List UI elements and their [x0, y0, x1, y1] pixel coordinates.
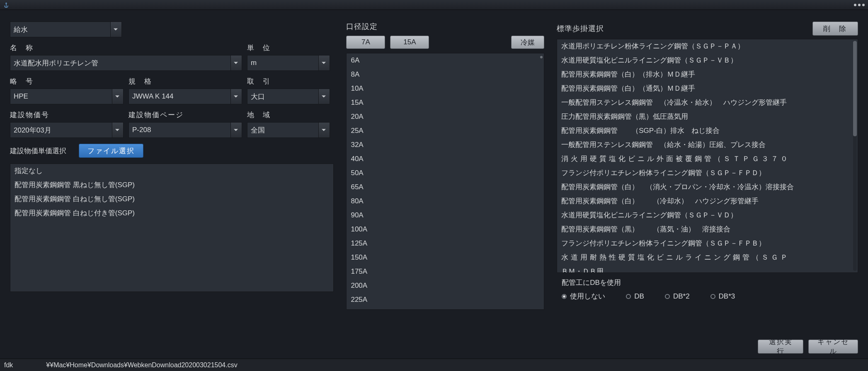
list-item[interactable]: 圧力配管用炭素鋼鋼管（黒）低圧蒸気用 — [557, 110, 858, 124]
trade-value: 大口 — [251, 92, 265, 101]
list-item[interactable]: 水道用ポリエチレン粉体ライニング鋼管（ＳＧＰ－ＰＡ） — [557, 39, 858, 53]
list-item[interactable]: 配管用炭素鋼鋼管（白） （冷却水） ハウジング形管継手 — [557, 194, 858, 208]
list-item[interactable]: 32A — [347, 138, 544, 152]
cancel-button[interactable]: キャンセル — [808, 340, 858, 354]
app-icon — [3, 2, 9, 8]
list-item[interactable]: 125A — [347, 236, 544, 251]
list-item[interactable]: 配管用炭素鋼鋼管 白ねじ付き管(SGP) — [10, 206, 333, 220]
db-use-label: 配管工にDBを使用 — [557, 276, 858, 289]
region-value: 全国 — [251, 125, 265, 135]
list-item[interactable]: 配管用炭素鋼鋼管 白ねじ無し管(SGP) — [10, 192, 333, 206]
list-item[interactable]: 水道用硬質塩化ビニルライニング鋼管（ＳＧＰ－ＶＤ） — [557, 208, 858, 222]
price-page-select[interactable]: P-208 — [129, 122, 242, 138]
list-item[interactable]: 配管用炭素鋼鋼管（黒） （蒸気・油） 溶接接合 — [557, 222, 858, 236]
list-item[interactable]: 水道用硬質塩化ビニルライニング鋼管（ＳＧＰ－ＶＢ） — [557, 53, 858, 67]
list-item[interactable]: 20A — [347, 110, 544, 124]
unit-value: m — [251, 59, 257, 67]
radio-none[interactable]: 使用しない — [562, 292, 605, 301]
list-item[interactable]: フランジ付ポリエチレン粉体ライニング鋼管（ＳＧＰ－ＦＰＤ） — [557, 166, 858, 180]
unit-label: 単 位 — [247, 43, 330, 53]
titlebar — [0, 0, 868, 10]
list-item[interactable]: 150A — [347, 251, 544, 265]
unit-select[interactable]: m — [247, 55, 330, 71]
pill-7a[interactable]: 7A — [346, 36, 385, 49]
trade-label: 取 引 — [247, 77, 330, 86]
footer-path: ¥¥Mac¥Home¥Downloads¥WebkenDownload20200… — [46, 361, 237, 369]
price-select-label: 建設物価単価選択 — [10, 146, 66, 156]
list-item[interactable]: 25A — [347, 124, 544, 138]
list-item[interactable]: 250A — [347, 307, 544, 310]
svg-point-0 — [6, 2, 7, 3]
window-controls[interactable] — [854, 4, 865, 6]
list-item[interactable]: 15A — [347, 96, 544, 110]
list-item[interactable]: 65A — [347, 180, 544, 194]
list-item[interactable]: 消火用硬質塩化ビニル外面被覆鋼管（ＳＴＰＧ３７０ — [557, 152, 858, 166]
radio-dot-icon — [665, 294, 670, 299]
region-label: 地 域 — [247, 110, 330, 120]
scrollbar-thumb[interactable] — [853, 41, 857, 136]
footer-left: fdk — [4, 361, 13, 369]
trade-select[interactable]: 大口 — [247, 89, 330, 104]
abbr-select[interactable]: HPE — [10, 89, 124, 104]
list-item[interactable]: 40A — [347, 152, 544, 166]
list-item[interactable]: 配管用炭素鋼鋼管（白） （消火・プロパン・冷却水・冷温水）溶接接合 — [557, 180, 858, 194]
price-options-list[interactable]: 指定なし配管用炭素鋼鋼管 黒ねじ無し管(SGP)配管用炭素鋼鋼管 白ねじ無し管(… — [10, 164, 334, 292]
radio-dot-icon — [626, 294, 631, 299]
list-item[interactable]: 8A — [347, 67, 544, 82]
list-item[interactable]: 配管用炭素鋼鋼管（白）（通気）ＭＤ継手 — [557, 82, 858, 96]
spec-select[interactable]: JWWA K 144 — [129, 89, 242, 104]
list-item[interactable]: 225A — [347, 293, 544, 307]
status-bar: fdk ¥¥Mac¥Home¥Downloads¥WebkenDownload2… — [0, 359, 868, 371]
category-value: 給水 — [14, 25, 28, 34]
list-item[interactable]: 配管用炭素鋼鋼管 （SGP-白）排水 ねじ接合 — [557, 124, 858, 138]
category-select[interactable]: 給水 — [10, 22, 122, 37]
radio-db3[interactable]: DB*3 — [710, 292, 735, 301]
radio-dot-icon — [710, 294, 715, 299]
name-value: 水道配水用ポリエチレン管 — [14, 58, 98, 68]
price-issue-select[interactable]: 2020年03月 — [10, 122, 124, 138]
diameter-list[interactable]: 6A8A10A15A20A25A32A40A50A65A80A90A100A12… — [346, 53, 544, 310]
delete-button[interactable]: 削 除 — [812, 22, 858, 36]
radio-dot-icon — [562, 294, 567, 299]
list-item[interactable]: 100A — [347, 222, 544, 236]
pill-15a[interactable]: 15A — [390, 36, 429, 49]
file-select-button[interactable]: ファイル選択 — [79, 144, 143, 158]
list-item[interactable]: 6A — [347, 53, 544, 67]
list-item[interactable]: 80A — [347, 194, 544, 208]
list-item[interactable]: 175A — [347, 265, 544, 279]
price-issue-value: 2020年03月 — [14, 125, 51, 135]
list-item[interactable]: 水道用耐熱性硬質塩化ビニルライニング鋼管（ＳＧＰ — [557, 251, 858, 265]
price-page-label: 建設物価ページ — [129, 110, 242, 120]
list-item[interactable]: 一般配管用ステンレス鋼鋼管 （給水・給湯）圧縮、プレス接合 — [557, 138, 858, 152]
price-page-value: P-208 — [132, 126, 151, 134]
standard-list[interactable]: 水道用ポリエチレン粉体ライニング鋼管（ＳＧＰ－ＰＡ）水道用硬質塩化ビニルライニン… — [557, 39, 858, 273]
diameter-title: 口径設定 — [346, 22, 544, 31]
standard-title: 標準歩掛選択 — [557, 24, 604, 34]
price-issue-label: 建設物価号 — [10, 110, 124, 120]
name-select[interactable]: 水道配水用ポリエチレン管 — [10, 55, 242, 71]
list-item[interactable]: 10A — [347, 82, 544, 96]
list-item[interactable]: 指定なし — [10, 164, 333, 178]
list-item[interactable]: 90A — [347, 208, 544, 222]
radio-db2[interactable]: DB*2 — [665, 292, 690, 301]
list-item[interactable]: 一般配管用ステンレス鋼鋼管 （冷温水・給水） ハウジング形管継手 — [557, 96, 858, 110]
region-select[interactable]: 全国 — [247, 122, 330, 138]
list-item[interactable]: 200A — [347, 279, 544, 293]
list-item[interactable]: ＢＭ・ＤＢ用 — [557, 265, 858, 272]
spec-label: 規 格 — [129, 77, 242, 86]
list-item[interactable]: 50A — [347, 166, 544, 180]
abbr-label: 略 号 — [10, 77, 124, 86]
execute-button[interactable]: 選択実行 — [758, 340, 803, 354]
list-item[interactable]: 配管用炭素鋼鋼管 黒ねじ無し管(SGP) — [10, 178, 333, 192]
radio-db[interactable]: DB — [626, 292, 644, 301]
pill-refrigerant[interactable]: 冷媒 — [511, 36, 544, 49]
name-label: 名 称 — [10, 43, 242, 53]
list-item[interactable]: フランジ付ポリエチレン粉体ライニング鋼管（ＳＧＰ－ＦＰＢ） — [557, 236, 858, 251]
spec-value: JWWA K 144 — [132, 92, 174, 101]
list-item[interactable]: 配管用炭素鋼鋼管（白）（排水）ＭＤ継手 — [557, 67, 858, 82]
abbr-value: HPE — [14, 92, 28, 101]
